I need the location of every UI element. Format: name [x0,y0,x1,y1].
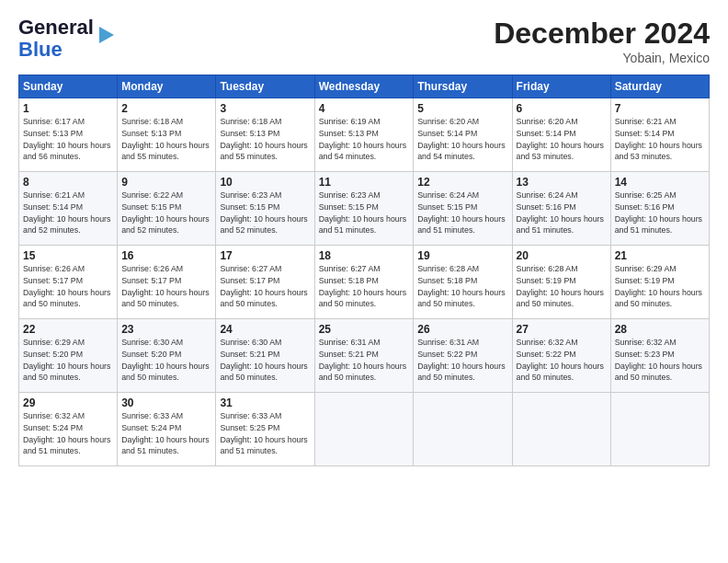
calendar-cell: 5Sunrise: 6:20 AMSunset: 5:14 PMDaylight… [414,98,512,172]
logo-arrow-icon [97,25,116,45]
day-number: 24 [220,323,310,336]
day-info: Sunrise: 6:20 AMSunset: 5:14 PMDaylight:… [417,116,507,163]
day-info: Sunrise: 6:32 AMSunset: 5:24 PMDaylight:… [23,410,113,457]
calendar-cell: 4Sunrise: 6:19 AMSunset: 5:13 PMDaylight… [314,98,414,172]
calendar-week-row: 15Sunrise: 6:26 AMSunset: 5:17 PMDayligh… [19,246,710,319]
day-info: Sunrise: 6:21 AMSunset: 5:14 PMDaylight:… [23,190,113,236]
calendar-cell: 2Sunrise: 6:18 AMSunset: 5:13 PMDaylight… [118,98,216,172]
day-number: 1 [23,102,113,115]
calendar-cell: 29Sunrise: 6:32 AMSunset: 5:24 PMDayligh… [19,393,118,466]
calendar-cell: 1Sunrise: 6:17 AMSunset: 5:13 PMDaylight… [19,98,118,172]
calendar-cell: 27Sunrise: 6:32 AMSunset: 5:22 PMDayligh… [512,319,610,393]
calendar-cell [414,393,512,466]
day-info: Sunrise: 6:33 AMSunset: 5:24 PMDaylight:… [121,410,211,457]
calendar-cell [512,393,610,466]
day-number: 28 [615,323,705,336]
day-number: 31 [220,396,310,409]
day-info: Sunrise: 6:32 AMSunset: 5:22 PMDaylight:… [517,337,607,384]
calendar-cell: 25Sunrise: 6:31 AMSunset: 5:21 PMDayligh… [314,319,414,393]
day-info: Sunrise: 6:19 AMSunset: 5:13 PMDaylight:… [319,116,410,163]
page: General Blue December 2024 Yobain, Mexic… [0,0,728,563]
day-number: 7 [615,102,705,115]
col-header-saturday: Saturday [610,75,709,98]
calendar-week-row: 8Sunrise: 6:21 AMSunset: 5:14 PMDaylight… [19,172,710,246]
calendar-cell: 26Sunrise: 6:31 AMSunset: 5:22 PMDayligh… [414,319,512,393]
day-info: Sunrise: 6:32 AMSunset: 5:23 PMDaylight:… [615,337,705,384]
day-info: Sunrise: 6:23 AMSunset: 5:15 PMDaylight:… [220,190,310,236]
calendar-cell: 16Sunrise: 6:26 AMSunset: 5:17 PMDayligh… [118,246,216,319]
calendar-cell: 21Sunrise: 6:29 AMSunset: 5:19 PMDayligh… [610,246,709,319]
day-info: Sunrise: 6:18 AMSunset: 5:13 PMDaylight:… [121,116,211,163]
calendar-header-row: SundayMondayTuesdayWednesdayThursdayFrid… [19,75,710,98]
logo: General Blue [18,17,116,61]
day-number: 20 [517,249,607,262]
day-number: 29 [23,396,113,409]
day-number: 9 [121,176,211,189]
day-number: 12 [417,176,507,189]
day-info: Sunrise: 6:25 AMSunset: 5:16 PMDaylight:… [615,190,705,236]
calendar-week-row: 22Sunrise: 6:29 AMSunset: 5:20 PMDayligh… [19,319,710,393]
calendar-cell: 23Sunrise: 6:30 AMSunset: 5:20 PMDayligh… [118,319,216,393]
calendar-cell: 30Sunrise: 6:33 AMSunset: 5:24 PMDayligh… [118,393,216,466]
day-number: 3 [220,102,310,115]
day-info: Sunrise: 6:24 AMSunset: 5:15 PMDaylight:… [417,190,507,236]
logo-blue: Blue [18,38,63,61]
day-number: 16 [121,249,211,262]
location: Yobain, Mexico [494,51,710,65]
day-info: Sunrise: 6:18 AMSunset: 5:13 PMDaylight:… [220,116,310,163]
day-info: Sunrise: 6:28 AMSunset: 5:19 PMDaylight:… [517,263,607,310]
calendar-cell: 7Sunrise: 6:21 AMSunset: 5:14 PMDaylight… [610,98,709,172]
day-number: 22 [23,323,113,336]
col-header-monday: Monday [118,75,216,98]
col-header-sunday: Sunday [19,75,118,98]
day-number: 19 [417,249,507,262]
day-info: Sunrise: 6:31 AMSunset: 5:22 PMDaylight:… [417,337,507,384]
calendar-cell: 22Sunrise: 6:29 AMSunset: 5:20 PMDayligh… [19,319,118,393]
day-info: Sunrise: 6:20 AMSunset: 5:14 PMDaylight:… [517,116,607,163]
day-number: 15 [23,249,113,262]
calendar-cell: 9Sunrise: 6:22 AMSunset: 5:15 PMDaylight… [118,172,216,246]
svg-marker-0 [99,27,114,43]
day-number: 14 [615,176,705,189]
day-info: Sunrise: 6:29 AMSunset: 5:20 PMDaylight:… [23,337,113,384]
day-info: Sunrise: 6:28 AMSunset: 5:18 PMDaylight:… [417,263,507,310]
day-info: Sunrise: 6:31 AMSunset: 5:21 PMDaylight:… [319,337,410,384]
calendar-cell: 31Sunrise: 6:33 AMSunset: 5:25 PMDayligh… [216,393,314,466]
day-info: Sunrise: 6:30 AMSunset: 5:21 PMDaylight:… [220,337,310,384]
day-number: 27 [517,323,607,336]
col-header-wednesday: Wednesday [314,75,414,98]
day-info: Sunrise: 6:29 AMSunset: 5:19 PMDaylight:… [615,263,705,310]
calendar-cell: 17Sunrise: 6:27 AMSunset: 5:17 PMDayligh… [216,246,314,319]
day-number: 13 [517,176,607,189]
day-info: Sunrise: 6:24 AMSunset: 5:16 PMDaylight:… [517,190,607,236]
col-header-tuesday: Tuesday [216,75,314,98]
day-info: Sunrise: 6:21 AMSunset: 5:14 PMDaylight:… [615,116,705,163]
day-number: 25 [319,323,410,336]
day-number: 11 [319,176,410,189]
day-info: Sunrise: 6:26 AMSunset: 5:17 PMDaylight:… [23,263,113,310]
calendar-cell: 13Sunrise: 6:24 AMSunset: 5:16 PMDayligh… [512,172,610,246]
day-number: 5 [417,102,507,115]
calendar-cell [610,393,709,466]
day-number: 6 [517,102,607,115]
day-number: 21 [615,249,705,262]
day-info: Sunrise: 6:23 AMSunset: 5:15 PMDaylight:… [319,190,410,236]
day-number: 17 [220,249,310,262]
logo-general: General [18,16,94,39]
calendar-cell: 18Sunrise: 6:27 AMSunset: 5:18 PMDayligh… [314,246,414,319]
day-info: Sunrise: 6:27 AMSunset: 5:17 PMDaylight:… [220,263,310,310]
day-number: 10 [220,176,310,189]
day-number: 30 [121,396,211,409]
day-number: 2 [121,102,211,115]
day-info: Sunrise: 6:22 AMSunset: 5:15 PMDaylight:… [121,190,211,236]
day-info: Sunrise: 6:27 AMSunset: 5:18 PMDaylight:… [319,263,410,310]
calendar-cell: 12Sunrise: 6:24 AMSunset: 5:15 PMDayligh… [414,172,512,246]
header: General Blue December 2024 Yobain, Mexic… [18,17,710,65]
day-info: Sunrise: 6:30 AMSunset: 5:20 PMDaylight:… [121,337,211,384]
calendar-cell: 8Sunrise: 6:21 AMSunset: 5:14 PMDaylight… [19,172,118,246]
col-header-thursday: Thursday [414,75,512,98]
day-number: 23 [121,323,211,336]
title-block: December 2024 Yobain, Mexico [494,17,710,65]
calendar-cell: 14Sunrise: 6:25 AMSunset: 5:16 PMDayligh… [610,172,709,246]
calendar-cell: 20Sunrise: 6:28 AMSunset: 5:19 PMDayligh… [512,246,610,319]
